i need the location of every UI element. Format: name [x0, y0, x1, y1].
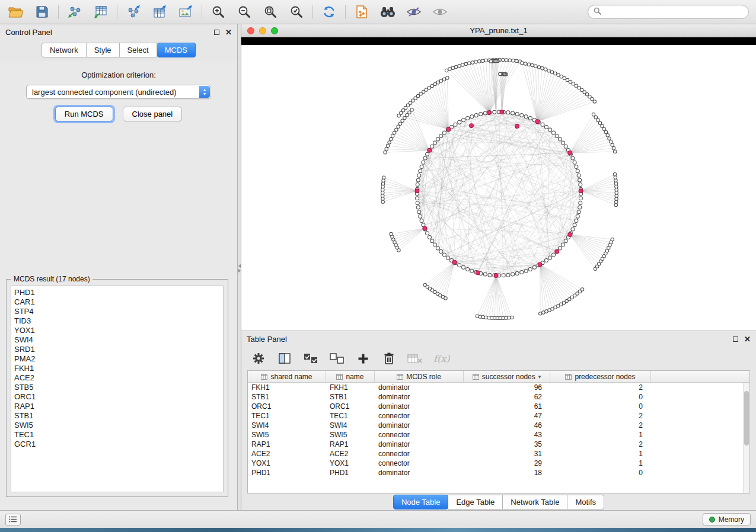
tab-motifs[interactable]: Motifs: [567, 495, 604, 509]
column-header-predecessor-nodes[interactable]: predecessor nodes: [550, 371, 651, 382]
mcds-result-item[interactable]: YOX1: [14, 326, 220, 335]
vertical-splitter[interactable]: [237, 24, 241, 510]
mcds-result-item[interactable]: SRD1: [14, 345, 220, 354]
mcds-result-item[interactable]: ACE2: [14, 373, 220, 383]
mcds-result-item[interactable]: FKH1: [14, 364, 220, 373]
column-header-MCDS-role[interactable]: MCDS role: [375, 371, 464, 382]
table-row[interactable]: ACE2ACE2connector311: [248, 449, 749, 459]
table-cell: 2: [550, 383, 651, 392]
table-panel-tabs: Node TableEdge TableNetwork TableMotifs: [241, 493, 756, 510]
tab-style[interactable]: Style: [87, 43, 120, 57]
table-cell: TEC1: [248, 411, 326, 421]
mcds-result-title: MCDS result (17 nodes): [11, 275, 92, 283]
mcds-result-item[interactable]: RAP1: [14, 402, 220, 411]
memory-button[interactable]: Memory: [703, 513, 751, 525]
delete-column-trash-icon[interactable]: [381, 351, 397, 366]
network-view-titlebar[interactable]: YPA_prune.txt_1: [241, 24, 756, 37]
scrollbar-thumb[interactable]: [744, 391, 749, 446]
network-canvas[interactable]: [241, 45, 756, 331]
main-toolbar: [0, 0, 756, 24]
import-table-icon[interactable]: [92, 3, 110, 21]
tab-mcds[interactable]: MCDS: [157, 43, 196, 57]
export-image-icon[interactable]: [177, 3, 194, 21]
add-column-plus-icon[interactable]: [355, 351, 371, 366]
table-cell: dominator: [375, 440, 464, 449]
tab-edge-table[interactable]: Edge Table: [448, 495, 503, 509]
close-panel-icon[interactable]: ✕: [225, 28, 232, 36]
zoom-selected-icon[interactable]: [288, 3, 305, 21]
splitter-grip-icon[interactable]: [238, 264, 241, 273]
mcds-result-item[interactable]: SWI5: [14, 421, 220, 430]
table-row[interactable]: TEC1TEC1connector472: [248, 411, 749, 421]
hide-graphics-details-eye-slash-icon[interactable]: [405, 3, 423, 21]
zoom-out-icon[interactable]: [235, 3, 253, 21]
mcds-result-list[interactable]: PHD1CAR1STP4TID3YOX1SWI4SRD1PMA2FKH1ACE2…: [11, 286, 224, 492]
column-header-successor-nodes[interactable]: successor nodes▾: [464, 371, 550, 382]
show-graphics-details-eye-icon[interactable]: [431, 3, 449, 21]
close-table-panel-icon[interactable]: ✕: [744, 335, 751, 343]
run-mcds-button[interactable]: Run MCDS: [55, 107, 113, 121]
column-header-name[interactable]: name: [326, 371, 375, 382]
table-row[interactable]: YOX1YOX1connector291: [248, 459, 749, 468]
mcds-result-item[interactable]: PMA2: [14, 354, 220, 364]
search-find-binoculars-icon[interactable]: [379, 3, 397, 21]
table-row[interactable]: PHD1PHD1dominator180: [248, 468, 749, 477]
criterion-dropdown[interactable]: largest connected component (undirected)…: [26, 85, 211, 99]
column-header-shared-name[interactable]: shared name: [248, 371, 326, 382]
network-graph[interactable]: [241, 45, 756, 331]
function-builder-fx-icon: f(x): [433, 353, 449, 364]
mcds-result-item[interactable]: PHD1: [14, 288, 220, 297]
table-cell: 96: [464, 383, 550, 392]
export-table-icon[interactable]: [151, 3, 168, 21]
tab-network-table[interactable]: Network Table: [503, 495, 567, 509]
select-all-icon[interactable]: [303, 351, 318, 366]
mcds-result-item[interactable]: TEC1: [14, 430, 220, 440]
table-cell: dominator: [375, 392, 464, 402]
mcds-result-item[interactable]: STB5: [14, 383, 220, 392]
deselect-all-icon[interactable]: [329, 351, 344, 366]
table-cell: 2: [550, 421, 651, 430]
tab-network[interactable]: Network: [42, 43, 87, 57]
close-panel-button[interactable]: Close panel: [123, 107, 183, 121]
table-row[interactable]: SWI4SWI4dominator462: [248, 421, 749, 430]
delete-table-icon: [407, 351, 423, 366]
tab-node-table[interactable]: Node Table: [393, 495, 449, 509]
table-cell: connector: [375, 411, 464, 421]
refresh-icon[interactable]: [320, 3, 338, 21]
network-view-frame-border: [241, 37, 756, 45]
table-row[interactable]: RAP1RAP1dominator352: [248, 440, 749, 449]
float-panel-icon[interactable]: [214, 30, 219, 35]
mcds-result-item[interactable]: SWI4: [14, 335, 220, 345]
table-row[interactable]: FKH1FKH1dominator962: [248, 383, 749, 392]
mcds-result-item[interactable]: TID3: [14, 316, 220, 326]
search-icon: [594, 7, 601, 17]
mcds-result-item[interactable]: CAR1: [14, 297, 220, 307]
memory-status-icon: [709, 517, 715, 523]
table-settings-gear-icon[interactable]: [251, 351, 266, 366]
table-cell: STB1: [248, 392, 326, 402]
float-table-panel-icon[interactable]: [733, 336, 738, 342]
export-network-icon[interactable]: [125, 3, 142, 21]
mcds-result-item[interactable]: GCR1: [14, 440, 220, 449]
table-scrollbar[interactable]: [743, 383, 749, 493]
zoom-in-icon[interactable]: [209, 3, 227, 21]
table-row[interactable]: SWI5SWI5connector431: [248, 430, 749, 440]
table-cell: STB1: [326, 392, 375, 402]
task-history-list-icon[interactable]: [5, 514, 21, 525]
zoom-fit-icon[interactable]: [261, 3, 279, 21]
search-box[interactable]: [588, 5, 749, 19]
import-style-icon[interactable]: [353, 3, 371, 21]
table-panel-title: Table Panel: [247, 335, 287, 344]
criterion-dropdown-value: largest connected component (undirected): [32, 88, 177, 97]
table-row[interactable]: STB1STB1dominator620: [248, 392, 749, 402]
mcds-result-item[interactable]: STB1: [14, 411, 220, 421]
mcds-result-item[interactable]: ORC1: [14, 392, 220, 402]
open-file-icon[interactable]: [7, 3, 25, 21]
mcds-result-item[interactable]: STP4: [14, 307, 220, 316]
search-input[interactable]: [605, 8, 743, 16]
import-network-icon[interactable]: [66, 3, 84, 21]
save-icon[interactable]: [33, 3, 51, 21]
tab-select[interactable]: Select: [120, 43, 157, 57]
table-row[interactable]: ORC1ORC1dominator610: [248, 402, 749, 411]
show-column-icon[interactable]: [277, 351, 292, 366]
